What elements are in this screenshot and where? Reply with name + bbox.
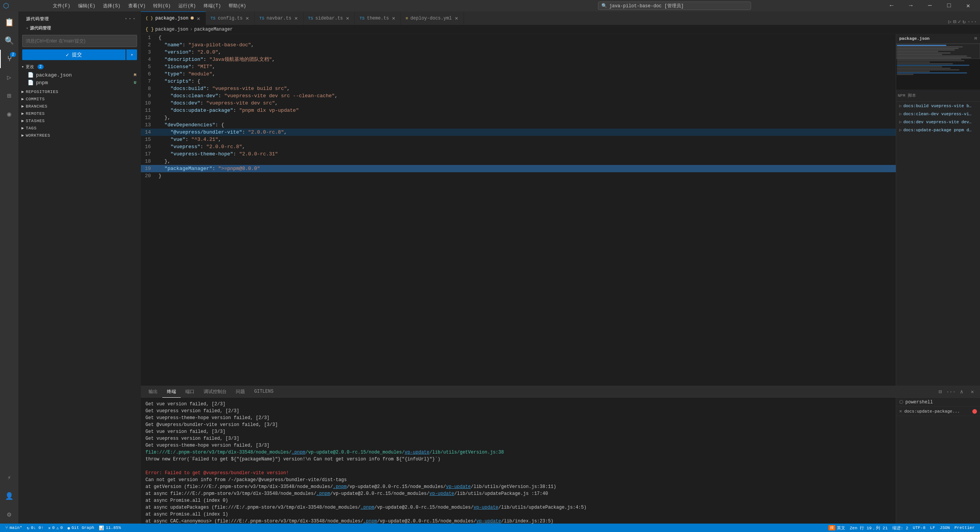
terminal-tab-terminal[interactable]: 终端 (162, 386, 181, 398)
warning-icon: ⚠ (56, 525, 59, 530)
terminal-powershell[interactable]: ⬡ powershell (896, 398, 980, 407)
close-btn[interactable]: ✕ (959, 0, 977, 11)
sidebar-more-btn[interactable]: ··· (124, 15, 136, 22)
changes-label: 更改 (26, 64, 34, 70)
minimap-viewport (896, 44, 980, 59)
status-spaces[interactable]: 缩进: 2 (890, 524, 911, 532)
script-docs-clean-dev-label: docs:clean-dev vuepress-vite dev src --c… (903, 112, 972, 116)
terminal-collapse-btn[interactable]: ∧ (957, 387, 966, 397)
terminal-more-btn[interactable]: ··· (946, 387, 956, 397)
collapse-arrow-icon: ▾ (26, 26, 28, 31)
commit-button[interactable]: ✓ 提交 (22, 49, 126, 60)
tab-sidebar-ts-close[interactable]: ✕ (345, 15, 350, 21)
tab-deploy-docs[interactable]: ≡ deploy-docs.yml ✕ (401, 11, 464, 25)
tab-navbar-ts-close[interactable]: ✕ (294, 15, 298, 21)
status-line-ending[interactable]: LF (928, 524, 938, 532)
branches-section[interactable]: ▶ BRANCHES (18, 103, 141, 110)
refresh-btn[interactable]: ↻ (962, 18, 965, 25)
status-formatter[interactable]: Prettier (952, 524, 977, 532)
tab-config-ts[interactable]: TS config.ts ✕ (206, 11, 255, 25)
more-btn[interactable]: ··· (967, 19, 977, 25)
menu-edit[interactable]: 编辑(E) (74, 0, 100, 11)
script-docs-dev[interactable]: ▷ docs:dev vuepress-vite dev src (896, 118, 980, 126)
activity-git-graph[interactable]: ◉ (0, 105, 18, 123)
activity-accounts[interactable]: 👤 (0, 487, 18, 505)
activity-run[interactable]: ▷ (0, 68, 18, 86)
commit-message-input[interactable] (22, 35, 137, 47)
terminal-tab-output[interactable]: 输出 (144, 386, 162, 398)
activity-remote[interactable]: ⚡ (0, 468, 18, 487)
terminal-line-6: Get vuepress version failed, [3/3] (145, 435, 891, 442)
status-encoding[interactable]: UTF-8 (911, 524, 928, 532)
tab-sidebar-ts[interactable]: TS sidebar.ts ✕ (304, 11, 355, 25)
split-btn[interactable]: ⊟ (953, 18, 956, 25)
terminal-line-9: throw new Error(`Failed to get ${"{packa… (145, 456, 891, 463)
activity-settings[interactable]: ⚙ (0, 505, 18, 524)
status-ext-pct[interactable]: 📊 11.85% (96, 524, 123, 532)
terminal-tab-debug[interactable]: 调试控制台 (199, 386, 231, 398)
terminal-layout-btn[interactable]: ⊟ (936, 387, 945, 397)
commit-dropdown-btn[interactable]: ▾ (126, 49, 137, 60)
terminal-task-update[interactable]: ✕ docs:update-package... (896, 407, 980, 416)
stashes-section[interactable]: ▶ STASHES (18, 117, 141, 124)
run-btn[interactable]: ▷ (948, 18, 951, 25)
tab-config-ts-close[interactable]: ✕ (245, 15, 250, 21)
breadcrumb-file[interactable]: package.json (155, 27, 188, 32)
menu-view[interactable]: 查看(V) (124, 0, 150, 11)
terminal-tab-problems[interactable]: 问题 (231, 386, 250, 398)
status-sougou[interactable]: 搜 英文 (826, 524, 848, 532)
menu-run[interactable]: 运行(R) (175, 0, 200, 11)
ext-pct-icon: 📊 (99, 525, 104, 530)
tab-theme-ts[interactable]: TS theme.ts ✕ (355, 11, 401, 25)
activity-extensions[interactable]: ⊞ (0, 86, 18, 105)
activity-explorer[interactable]: 📋 (0, 13, 18, 31)
status-git-graph[interactable]: ◉ Git Graph (65, 524, 96, 532)
status-errors[interactable]: ✕ 0 ⚠ 0 (46, 524, 65, 532)
global-search-bar[interactable]: 🔍 java-pilot-base-doc [管理员] (598, 2, 751, 10)
code-line-14: 14 "@vuepress/bundler-vite": "2.0.0-rc.8… (141, 129, 896, 136)
tab-package-json[interactable]: { } package.json ✕ (141, 11, 206, 25)
script-docs-update[interactable]: ▷ docs:update-package pnpm dlx vp-update (896, 126, 980, 134)
status-language[interactable]: JSON (938, 524, 952, 532)
worktrees-section[interactable]: ▶ WORKTREES (18, 132, 141, 139)
status-sync[interactable]: ↻ 0↓ 0↑ (24, 524, 46, 532)
remotes-arrow: ▶ (21, 111, 24, 116)
check-btn[interactable]: ✓ (958, 18, 961, 25)
menu-select[interactable]: 选择(S) (99, 0, 124, 11)
tab-navbar-ts[interactable]: TS navbar.ts ✕ (255, 11, 303, 25)
terminal-tab-ports[interactable]: 端口 (181, 386, 199, 398)
activity-search[interactable]: 🔍 (0, 31, 18, 50)
changes-section-header[interactable]: ▾ 更改 2 (18, 62, 141, 71)
remotes-section[interactable]: ▶ REMOTES (18, 110, 141, 117)
nav-forward-btn[interactable]: → (902, 0, 920, 11)
menu-file[interactable]: 文件(F) (49, 0, 74, 11)
minimize-btn[interactable]: ─ (921, 0, 939, 11)
menu-help[interactable]: 帮助(H) (225, 0, 250, 11)
breadcrumb-section[interactable]: packageManager (194, 27, 233, 32)
script-docs-build[interactable]: ▷ docs:build vuepress-vite build src (896, 102, 980, 110)
menu-terminal[interactable]: 终端(T) (200, 0, 225, 11)
status-cursor[interactable]: Zen 行 19，列 21 (848, 524, 890, 532)
tab-deploy-docs-close[interactable]: ✕ (454, 15, 459, 21)
tab-package-json-close[interactable]: ✕ (196, 15, 201, 22)
file-item-pnpm[interactable]: 📄 pnpm U (18, 79, 141, 86)
terminal-tab-gitlens[interactable]: GITLENS (250, 386, 278, 398)
maximize-btn[interactable]: □ (940, 0, 958, 11)
status-bar: ⑂ main* ↻ 0↓ 0↑ ✕ 0 ⚠ 0 ◉ Git Graph 📊 11… (0, 524, 980, 532)
tab-deploy-docs-label: deploy-docs.yml (410, 16, 452, 21)
status-branch[interactable]: ⑂ main* (3, 524, 24, 532)
nav-back-btn[interactable]: ← (883, 0, 900, 11)
editor-main[interactable]: 1 { 2 "name": "java-pilot-base-doc", 3 "… (141, 34, 896, 386)
tags-section[interactable]: ▶ TAGS (18, 124, 141, 132)
script-docs-clean-dev[interactable]: ▷ docs:clean-dev vuepress-vite dev src -… (896, 110, 980, 118)
commits-section[interactable]: ▶ COMMITS (18, 95, 141, 103)
file-item-package-json[interactable]: 📄 package.json M (18, 71, 141, 79)
repositories-section[interactable]: ▶ REPOSITORIES (18, 88, 141, 95)
terminal-line-11: Can not get version info from /-/package… (145, 477, 891, 483)
terminal-close-btn[interactable]: ✕ (968, 387, 977, 397)
tab-theme-ts-close[interactable]: ✕ (391, 15, 396, 21)
terminal-line-17: at async CAC.<anonymous> (file:///E:/.pn… (145, 518, 891, 524)
git-branch-icon: ⑂ (5, 525, 8, 530)
activity-source-control[interactable]: ⑂ 2 (0, 50, 18, 68)
menu-goto[interactable]: 转到(G) (149, 0, 175, 11)
